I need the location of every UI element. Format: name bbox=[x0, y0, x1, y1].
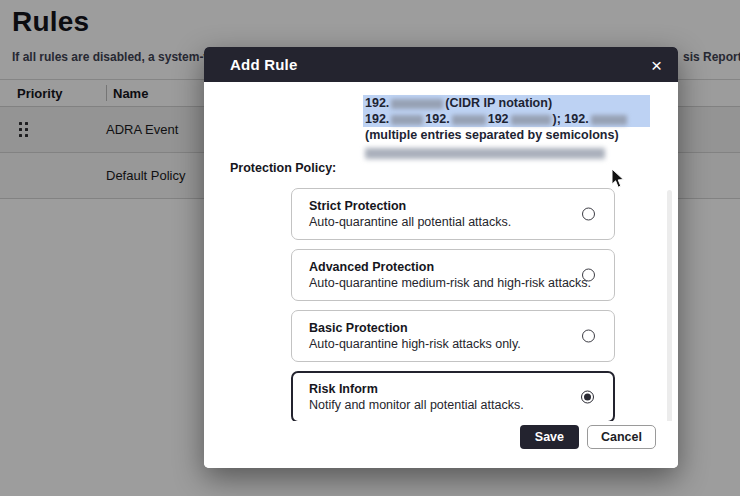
radio-button[interactable] bbox=[582, 269, 595, 282]
ip-help-line-3: (multiple entries separated by semicolon… bbox=[363, 128, 655, 143]
policy-option-card[interactable]: Strict Protection Auto-quarantine all po… bbox=[291, 188, 615, 240]
dialog-footer: Save Cancel bbox=[204, 421, 678, 468]
redacted-text bbox=[365, 148, 605, 159]
policy-option-card[interactable]: Advanced Protection Auto-quarantine medi… bbox=[291, 249, 615, 301]
ip-help-line-1: 192.(CIDR IP notation) bbox=[365, 95, 650, 111]
radio-button[interactable] bbox=[581, 391, 594, 404]
policy-options: Strict Protection Auto-quarantine all po… bbox=[291, 188, 615, 421]
policy-option-card[interactable]: Basic Protection Auto-quarantine high-ri… bbox=[291, 310, 615, 362]
dialog-title: Add Rule bbox=[230, 56, 297, 73]
dialog-body: 192.(CIDR IP notation) 192.192.192); 192… bbox=[204, 82, 678, 421]
highlighted-selection: 192.(CIDR IP notation) 192.192.192); 192… bbox=[363, 95, 650, 127]
modal-scrollbar[interactable] bbox=[667, 190, 672, 421]
protection-policy-label: Protection Policy: bbox=[230, 161, 336, 175]
add-rule-dialog: Add Rule × 192.(CIDR IP notation) 192.19… bbox=[204, 47, 678, 468]
policy-option-card[interactable]: Risk Inform Notify and monitor all poten… bbox=[291, 371, 615, 421]
redacted-ip bbox=[511, 115, 551, 125]
redacted-ip bbox=[452, 115, 486, 125]
cancel-button[interactable]: Cancel bbox=[587, 425, 656, 449]
radio-button[interactable] bbox=[582, 330, 595, 343]
policy-option-label: Strict Protection bbox=[309, 198, 568, 214]
policy-option-label: Basic Protection bbox=[309, 320, 568, 336]
dialog-header: Add Rule × bbox=[204, 47, 678, 82]
redacted-ip bbox=[391, 115, 423, 125]
policy-option-description: Auto-quarantine high-risk attacks only. bbox=[309, 336, 568, 352]
redacted-ip bbox=[391, 99, 443, 109]
close-icon[interactable]: × bbox=[646, 53, 667, 76]
ip-help-text: 192.(CIDR IP notation) 192.192.192); 192… bbox=[363, 95, 655, 159]
policy-option-description: Auto-quarantine all potential attacks. bbox=[309, 214, 568, 230]
policy-option-description: Auto-quarantine medium-risk and high-ris… bbox=[309, 275, 568, 291]
policy-option-label: Advanced Protection bbox=[309, 259, 568, 275]
screen: Rules If all rules are disabled, a syste… bbox=[0, 0, 740, 496]
radio-button[interactable] bbox=[582, 208, 595, 221]
redacted-ip bbox=[591, 115, 627, 125]
save-button[interactable]: Save bbox=[520, 425, 579, 449]
ip-help-line-2: 192.192.192); 192. bbox=[365, 111, 650, 127]
policy-option-description: Notify and monitor all potential attacks… bbox=[309, 397, 568, 413]
policy-option-label: Risk Inform bbox=[309, 381, 568, 397]
